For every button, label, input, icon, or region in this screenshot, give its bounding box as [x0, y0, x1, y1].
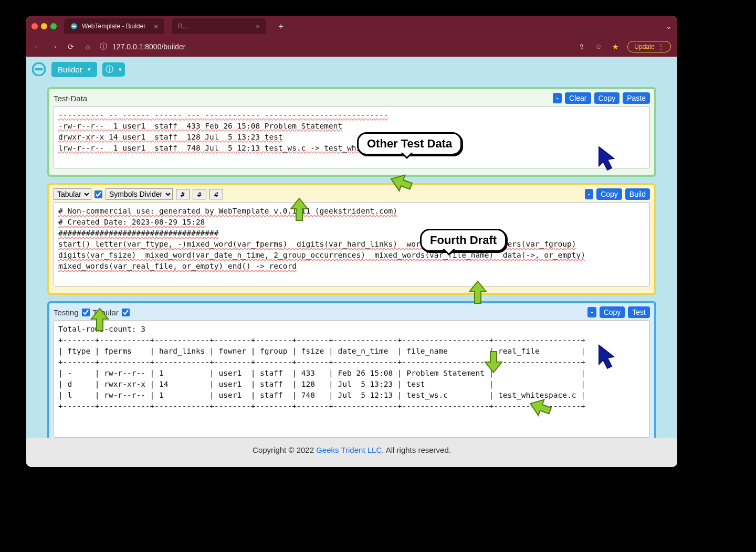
callout-text: Fourth Draft [430, 233, 497, 247]
annotation-arrow-icon [483, 349, 504, 374]
annotation-arrow-icon [467, 280, 488, 304]
tab-favicon-icon [70, 23, 78, 30]
panel-minimize-button[interactable]: - [587, 307, 596, 317]
copy-button[interactable]: Copy [594, 92, 620, 104]
testing-output-textarea[interactable] [54, 320, 650, 438]
footer-prefix: Copyright © 2022 [253, 445, 316, 454]
clear-button[interactable]: Clear [565, 92, 591, 104]
tabular-checkbox[interactable] [122, 309, 130, 316]
tab-close-icon[interactable]: × [154, 23, 158, 30]
annotation-arrow-icon [89, 307, 110, 332]
info-dropdown-button[interactable]: ⓘ [102, 62, 125, 77]
page-content: Other Test Data Fourth Draft Test-Data - [26, 82, 677, 438]
divider-char-input[interactable]: # [176, 189, 190, 199]
panel-minimize-button[interactable]: - [585, 189, 594, 199]
build-button[interactable]: Build [625, 188, 650, 200]
annotation-arrow-icon [388, 172, 413, 193]
mode-checkbox[interactable] [94, 190, 102, 198]
panel-test-data: Test-Data - Clear Copy Paste [47, 87, 656, 177]
annotation-arrow-icon [289, 197, 310, 221]
browser-update-button[interactable]: Update ⋮ [627, 41, 671, 52]
tab-secondary[interactable]: R… × [172, 18, 266, 34]
tab-title: WebTemplate - Builder [82, 23, 145, 30]
address-field[interactable]: ⓘ 127.0.0.1:8000/builder [100, 42, 570, 51]
svg-rect-1 [72, 26, 76, 27]
panel-title: Test-Data [54, 94, 87, 103]
test-button[interactable]: Test [628, 306, 650, 318]
url-bar: ← → ⟳ ⌂ ⓘ 127.0.0.1:8000/builder ⇪ ☆ ★ U… [26, 37, 677, 57]
kebab-icon: ⋮ [658, 43, 664, 50]
builder-dropdown-button[interactable]: Builder [51, 62, 97, 77]
bookmark-outline-icon[interactable]: ☆ [594, 43, 603, 51]
footer-suffix: . All rights reserved. [382, 445, 451, 454]
divider-char-input[interactable]: # [209, 189, 223, 199]
tab-strip: WebTemplate - Builder × R… × ＋ ⌄ [26, 16, 677, 37]
tab-active[interactable]: WebTemplate - Builder × [64, 18, 164, 34]
paste-button[interactable]: Paste [623, 92, 650, 104]
info-icon: ⓘ [106, 65, 113, 75]
nav-forward-button[interactable]: → [49, 43, 59, 51]
svg-rect-3 [35, 68, 43, 70]
copy-button[interactable]: Copy [596, 188, 622, 200]
address-text: 127.0.0.1:8000/builder [112, 43, 185, 51]
test-data-textarea[interactable] [54, 106, 650, 168]
panel-template: Tabular Symbols Divider # # # - Copy Bui… [47, 183, 656, 295]
annotation-cursor-icon [596, 343, 617, 369]
panel-minimize-button[interactable]: - [553, 93, 562, 103]
mode-select[interactable]: Tabular [54, 188, 91, 200]
annotation-cursor-icon [596, 145, 617, 171]
divider-char-input[interactable]: # [193, 189, 206, 199]
app-logo-icon [32, 62, 46, 77]
nav-reload-button[interactable]: ⟳ [66, 43, 76, 51]
nav-back-button[interactable]: ← [33, 43, 42, 51]
testing-checkbox[interactable] [82, 309, 90, 316]
app-body: Builder ⓘ Other Test Data Fourth Draft [26, 57, 677, 467]
new-tab-button[interactable]: ＋ [274, 18, 288, 34]
callout-fourth-draft: Fourth Draft [420, 229, 507, 252]
footer-link[interactable]: Geeks Trident LLC [316, 445, 382, 454]
annotation-arrow-icon [528, 397, 552, 418]
callout-text: Other Test Data [367, 137, 452, 150]
template-textarea[interactable] [54, 202, 650, 286]
panel-title: Testing [54, 308, 79, 317]
update-label: Update [634, 43, 655, 50]
window-minimize-button[interactable] [41, 23, 47, 29]
divider-select[interactable]: Symbols Divider [106, 188, 173, 200]
page-footer: Copyright © 2022 Geeks Trident LLC. All … [26, 438, 677, 467]
tab-close-icon[interactable]: × [256, 23, 260, 30]
panel-testing: Testing Tabular - Copy Test [47, 301, 656, 438]
share-icon[interactable]: ⇪ [577, 43, 586, 51]
site-info-icon[interactable]: ⓘ [100, 42, 107, 51]
callout-other-test-data: Other Test Data [357, 132, 462, 155]
tabs-overflow-icon[interactable]: ⌄ [666, 22, 672, 30]
browser-window: WebTemplate - Builder × R… × ＋ ⌄ ← → ⟳ ⌂… [26, 16, 677, 467]
bookmark-filled-icon[interactable]: ★ [611, 43, 620, 51]
window-zoom-button[interactable] [50, 23, 57, 29]
app-toolbar: Builder ⓘ [26, 57, 677, 82]
nav-home-button[interactable]: ⌂ [83, 43, 92, 51]
builder-label: Builder [58, 65, 82, 74]
window-close-button[interactable] [32, 23, 38, 29]
copy-button[interactable]: Copy [600, 306, 625, 318]
